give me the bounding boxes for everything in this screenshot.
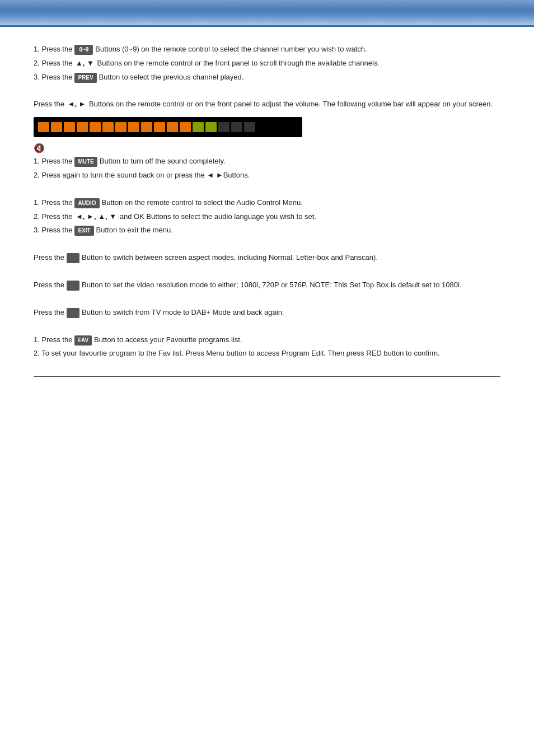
channel-line2-suffix: Buttons on the remote control or the fro… xyxy=(97,58,380,69)
mute-line2-text: 2. Press again to turn the sound back on… xyxy=(34,170,250,181)
volume-intro-line: Press the ◄, ► Buttons on the remote con… xyxy=(34,99,500,110)
favourite-section: 1. Press the FAV Button to access your F… xyxy=(34,334,500,360)
vol-seg-14 xyxy=(205,122,217,132)
vol-seg-17 xyxy=(244,122,255,132)
header-bar xyxy=(0,0,534,27)
audio-arrows: ◄, ►, ▲, ▼ xyxy=(73,211,118,223)
aspect-prefix: Press the xyxy=(34,252,64,264)
fav-line-1: 1. Press the FAV Button to access your F… xyxy=(34,334,500,346)
vol-seg-2 xyxy=(51,122,62,132)
audio-line2-prefix: 2. Press the xyxy=(34,211,72,223)
channel-line3-prefix: 3. Press the xyxy=(34,72,72,83)
mute-line-1: 1. Press the MUTE Button to turn off the… xyxy=(34,156,500,167)
vol-seg-9 xyxy=(141,122,152,132)
volume-arrows: ◄, ► xyxy=(65,99,88,110)
audio-line1-suffix: Button on the remote control to select t… xyxy=(102,197,303,209)
audio-control-section: 1. Press the AUDIO Button on the remote … xyxy=(34,197,500,236)
res-btn xyxy=(67,281,79,291)
fav-line2-text: 2. To set your favourtie program to the … xyxy=(34,348,440,360)
exit-btn: EXIT xyxy=(74,226,93,236)
dab-suffix: Button to switch from TV mode to DAB+ Mo… xyxy=(82,307,284,319)
resolution-prefix: Press the xyxy=(34,279,64,291)
dab-prefix: Press the xyxy=(34,307,64,319)
channel-line-1: 1. Press the 0~9 Buttons (0~9) on the re… xyxy=(34,44,500,55)
mute-icon: 🔇 xyxy=(34,143,45,153)
aspect-line: Press the Button to switch between scree… xyxy=(34,252,500,264)
audio-btn: AUDIO xyxy=(74,198,99,208)
vol-seg-7 xyxy=(115,122,127,132)
vol-seg-4 xyxy=(77,122,88,132)
mute-btn: MUTE xyxy=(74,157,97,167)
audio-line3-suffix: Button to exit the menu. xyxy=(96,225,173,236)
channel-line1-suffix: Buttons (0~9) on the remote control to s… xyxy=(95,44,367,55)
volume-section: Press the ◄, ► Buttons on the remote con… xyxy=(34,99,500,181)
resolution-suffix: Button to set the video resolution mode … xyxy=(82,279,461,291)
aspect-suffix: Button to switch between screen aspect m… xyxy=(82,252,378,264)
prev-btn: PREV xyxy=(74,73,96,83)
channel-line-3: 3. Press the PREV Button to select the p… xyxy=(34,72,500,83)
dab-section: Press the Button to switch from TV mode … xyxy=(34,307,500,319)
vol-seg-3 xyxy=(64,122,75,132)
channel-line3-suffix: Button to select the previous channel pl… xyxy=(99,72,244,83)
dab-line: Press the Button to switch from TV mode … xyxy=(34,307,500,319)
vol-seg-13 xyxy=(193,122,204,132)
mute-line-2: 2. Press again to turn the sound back on… xyxy=(34,170,500,181)
dab-btn xyxy=(67,308,79,318)
channel-09-btn: 0~9 xyxy=(74,45,93,55)
vol-seg-11 xyxy=(167,122,178,132)
channel-line1-prefix: 1. Press the xyxy=(34,44,72,55)
volume-suffix: Buttons on the remote control or on the … xyxy=(89,99,493,110)
fav-btn: FAV xyxy=(74,335,92,346)
vol-seg-15 xyxy=(218,122,229,132)
vol-seg-10 xyxy=(154,122,165,132)
vol-seg-16 xyxy=(231,122,242,132)
channel-line2-prefix: 2. Press the xyxy=(34,58,72,69)
volume-intro: Press the xyxy=(34,99,64,110)
audio-line3-prefix: 3. Press the xyxy=(34,225,72,236)
channel-arrows: ▲, ▼ xyxy=(73,58,96,69)
audio-line1-prefix: 1. Press the xyxy=(34,197,72,209)
audio-line-1: 1. Press the AUDIO Button on the remote … xyxy=(34,197,500,209)
fav-line-2: 2. To set your favourtie program to the … xyxy=(34,348,500,360)
vol-seg-1 xyxy=(38,122,49,132)
channel-selection-section: 1. Press the 0~9 Buttons (0~9) on the re… xyxy=(34,44,500,83)
aspect-btn xyxy=(67,253,79,263)
vol-seg-6 xyxy=(102,122,114,132)
vol-seg-5 xyxy=(90,122,101,132)
volume-bar xyxy=(34,117,302,137)
resolution-section: Press the Button to set the video resolu… xyxy=(34,279,500,291)
channel-line-2: 2. Press the ▲, ▼ Buttons on the remote … xyxy=(34,58,500,69)
audio-line-2: 2. Press the ◄, ►, ▲, ▼ and OK Buttons t… xyxy=(34,211,500,223)
vol-seg-12 xyxy=(180,122,191,132)
vol-seg-8 xyxy=(128,122,139,132)
resolution-line: Press the Button to set the video resolu… xyxy=(34,279,500,291)
audio-line-3: 3. Press the EXIT Button to exit the men… xyxy=(34,225,500,236)
audio-line2-suffix: and OK Buttons to select the audio langu… xyxy=(120,211,316,223)
fav-line1-prefix: 1. Press the xyxy=(34,334,72,346)
mute-line1-suffix: Button to turn off the sound completely. xyxy=(100,156,226,167)
mute-line1-prefix: 1. Press the xyxy=(34,156,72,167)
bottom-divider xyxy=(34,376,500,377)
aspect-section: Press the Button to switch between scree… xyxy=(34,252,500,264)
fav-line1-suffix: Button to access your Favourite programs… xyxy=(94,334,242,346)
